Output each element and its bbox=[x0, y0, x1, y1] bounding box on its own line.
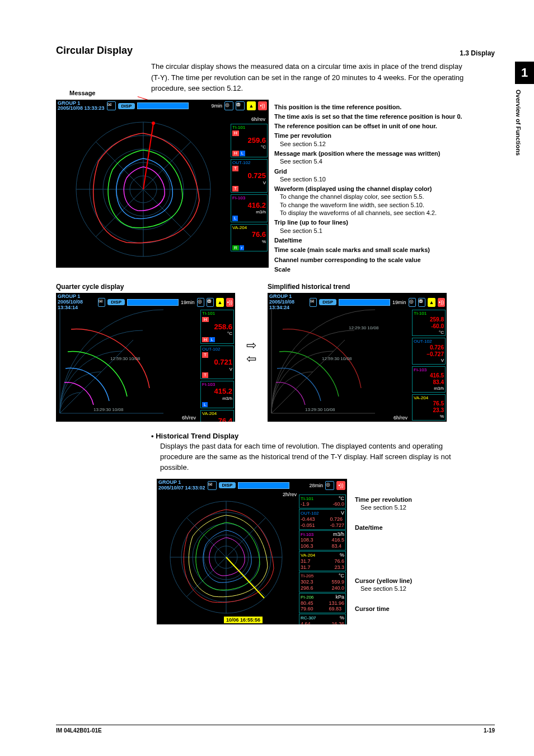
hist-ch-7: RC-307 %4.64 4.4716.36 1.81 bbox=[299, 614, 346, 624]
svg-text:12:59:30 10/08: 12:59:30 10/08 bbox=[110, 356, 140, 361]
svg-text:12:59:30 10/08: 12:59:30 10/08 bbox=[322, 356, 352, 361]
media-icon[interactable]: ⛃ bbox=[236, 101, 245, 110]
historical-screenshot: GROUP 12005/10/07 14:33:02 ✉ DISP 28min … bbox=[157, 479, 347, 624]
progress-bar bbox=[127, 299, 179, 306]
chapter-tab: 1 Overview of Functions bbox=[515, 62, 534, 179]
channel-box-4: VA-204 76.6 % Rr bbox=[231, 224, 268, 252]
record-icon[interactable]: ◎ bbox=[224, 101, 233, 110]
message-label: Message bbox=[69, 90, 95, 96]
page-number: 1-19 bbox=[484, 727, 495, 734]
simplified-screenshot: GROUP 12005/10/08 13:34:24 ✉ DISP 19min … bbox=[268, 293, 447, 422]
speaker-icon[interactable]: •)) bbox=[438, 298, 445, 307]
mail-icon[interactable]: ✉ bbox=[208, 481, 217, 490]
svg-line-9 bbox=[143, 123, 153, 189]
svg-text:13:29:30 10/08: 13:29:30 10/08 bbox=[305, 407, 335, 412]
progress-bar bbox=[339, 299, 390, 306]
media-icon[interactable]: ⛃ bbox=[207, 298, 214, 307]
doc-id: IM 04L42B01-01E bbox=[56, 727, 102, 734]
hist-ch-6: PI-206 kPa80.45 79.60131.96 69.83 bbox=[299, 593, 346, 613]
mail-icon[interactable]: ✉ bbox=[98, 298, 105, 307]
svg-text:12:29:30 10/08: 12:29:30 10/08 bbox=[349, 325, 379, 330]
historical-body: Displays the past data for each time of … bbox=[160, 441, 462, 473]
disp-button[interactable]: DISP bbox=[107, 299, 125, 305]
mail-icon[interactable]: ✉ bbox=[310, 298, 317, 307]
cursor-time: 10/06 16:55:56 bbox=[224, 617, 263, 623]
mail-icon[interactable]: ✉ bbox=[107, 101, 116, 110]
quarter-polar: 12:59:30 10/08 13:29:30 10/08 bbox=[57, 307, 197, 416]
page-footer: IM 04L42B01-01E 1-19 bbox=[56, 725, 495, 734]
hist-ch-5: TI-205 °C302.3 298.6559.9 240.0 bbox=[299, 572, 346, 592]
annotation-column: This position is the time reference posi… bbox=[274, 103, 462, 276]
svg-line-31 bbox=[226, 557, 264, 598]
historical-heading: • Historical Trend Display bbox=[151, 432, 500, 440]
alarm-icon[interactable]: ▲ bbox=[428, 298, 435, 307]
alarm-icon[interactable]: ▲ bbox=[247, 101, 256, 110]
simplified-polar: 12:29:30 10/08 12:59:30 10/08 13:29:30 1… bbox=[269, 307, 409, 416]
speaker-icon[interactable]: •)) bbox=[226, 298, 233, 307]
double-arrow-icon: ⇨⇦ bbox=[246, 339, 256, 365]
media-icon[interactable]: ⛃ bbox=[418, 298, 425, 307]
screen-datetime: 2005/10/08 13:33:23 bbox=[58, 105, 105, 111]
svg-line-18 bbox=[271, 340, 345, 413]
chapter-number: 1 bbox=[515, 62, 534, 84]
rev-label: 6h/rev bbox=[231, 116, 268, 122]
intro-paragraph: The circular display shows the measured … bbox=[151, 61, 465, 94]
svg-line-13 bbox=[60, 340, 133, 413]
hist-ch-1: TI-101 °C-1.9-60.0 bbox=[299, 494, 346, 509]
svg-point-10 bbox=[152, 122, 155, 125]
channel-box-1: TI-101 H 259.6 °C HL bbox=[231, 124, 268, 157]
channel-box-2: OUT-102 T 0.725 V T bbox=[231, 159, 268, 193]
historical-polar bbox=[159, 496, 293, 619]
progress-bar bbox=[238, 482, 289, 489]
quarter-title: Quarter cycle display bbox=[56, 283, 235, 291]
disp-button[interactable]: DISP bbox=[319, 299, 336, 305]
historical-annotations: Time per revolutionSee section 5.12 Date… bbox=[355, 496, 412, 626]
group-name: GROUP 1 bbox=[58, 100, 80, 106]
screen-header: GROUP 1 2005/10/08 13:33:23 ✉ DISP 9min … bbox=[56, 100, 269, 113]
hist-ch-4: VA-204 %31.7 31.776.6 23.3 bbox=[299, 551, 346, 571]
circular-display-screenshot: GROUP 1 2005/10/08 13:33:23 ✉ DISP 9min … bbox=[56, 100, 269, 268]
simplified-title: Simplified historical trend bbox=[268, 283, 447, 291]
breadcrumb: 1.3 Display bbox=[460, 49, 495, 57]
channel-panel: 6h/rev TI-101 H 259.6 °C HL OUT-102 T 0.… bbox=[231, 116, 268, 252]
page-title: Circular Display bbox=[56, 45, 500, 57]
disp-button[interactable]: DISP bbox=[118, 103, 135, 109]
disp-button[interactable]: DISP bbox=[219, 482, 236, 488]
progress-bar bbox=[137, 102, 189, 109]
elapsed-time: 9min bbox=[211, 103, 222, 109]
record-icon[interactable]: ◎ bbox=[409, 298, 416, 307]
speaker-icon[interactable]: •)) bbox=[258, 101, 267, 110]
chapter-label: Overview of Functions bbox=[515, 84, 526, 179]
quarter-screenshot: GROUP 12005/10/08 13:34:14 ✉ DISP 19min … bbox=[56, 293, 235, 422]
speaker-icon[interactable]: •)) bbox=[336, 481, 345, 490]
record-icon[interactable]: ◎ bbox=[325, 481, 334, 490]
hist-ch-3: FI-103 m3/h108.3 106.3416.5 83.4 bbox=[299, 530, 346, 550]
alarm-icon[interactable]: ▲ bbox=[216, 298, 223, 307]
channel-box-3: FI-103 416.2 m3/h L bbox=[231, 194, 268, 222]
hist-ch-2: OUT-102 V-0.443 -0.0510.726 -0.727 bbox=[299, 509, 346, 529]
svg-text:13:29:30 10/08: 13:29:30 10/08 bbox=[93, 407, 124, 412]
record-icon[interactable]: ◎ bbox=[197, 298, 204, 307]
polar-chart bbox=[59, 116, 227, 262]
